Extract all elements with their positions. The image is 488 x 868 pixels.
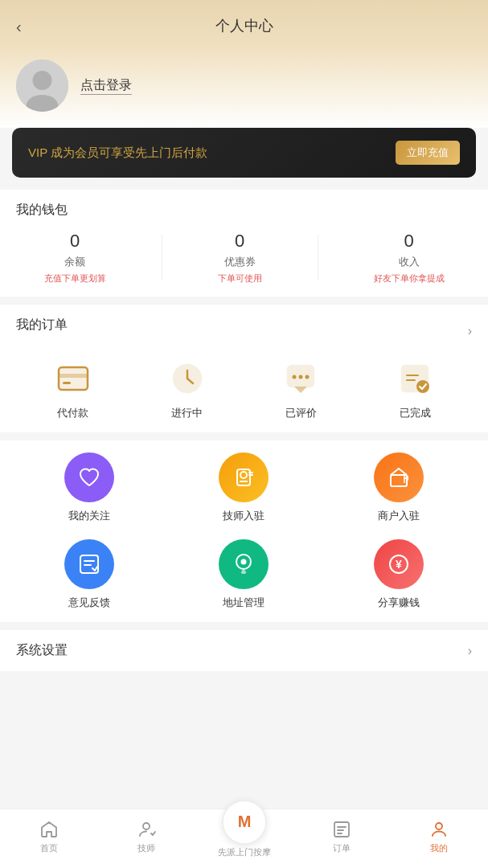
wallet-section: 我的钱包 0 余额 充值下单更划算 0 优惠券 下单可使用 0 收入 好友下单你… [0,190,488,297]
feature-share[interactable]: ¥ 分享赚钱 [326,539,472,610]
svg-point-42 [436,823,442,829]
order-section: 我的订单 › 代付款 [0,305,488,432]
wallet-income[interactable]: 0 收入 好友下单你拿提成 [374,231,445,285]
nav-mine[interactable]: 我的 [391,820,488,854]
svg-point-18 [416,380,429,393]
svg-point-20 [240,472,247,478]
wallet-balance-label: 余额 [64,255,85,269]
svg-text:¥: ¥ [396,558,402,571]
order-pending-label: 代付款 [57,406,88,420]
order-item-pending[interactable]: 代付款 [52,358,94,420]
wallet-coupon-value: 0 [235,231,244,252]
svg-marker-14 [294,387,307,393]
feature-merchant[interactable]: 商户入驻 [326,452,472,523]
nav-home[interactable]: 首页 [0,820,97,854]
wallet-coupon[interactable]: 0 优惠券 下单可使用 [218,231,262,285]
feature-follow-label: 我的关注 [68,509,110,523]
feature-address-label: 地址管理 [223,596,265,610]
svg-point-1 [33,71,52,90]
feature-merchant-label: 商户入驻 [378,509,420,523]
order-icon [332,820,351,839]
svg-rect-3 [59,367,88,390]
wallet-income-label: 收入 [399,255,420,269]
settings-title: 系统设置 [16,642,68,659]
feature-feedback-label: 意见反馈 [68,596,110,610]
order-title: 我的订单 [16,317,68,334]
mine-icon [429,820,449,839]
feature-section: 我的关注 技师入驻 [0,440,488,622]
feature-address[interactable]: 地址管理 [170,539,317,610]
wallet-title: 我的钱包 [16,202,472,219]
vip-text: VIP 成为会员可享受先上门后付款 [28,145,207,161]
bottom-nav: 首页 技师 M 先派上门按摩 订单 [0,809,488,868]
settings-arrow-icon: › [468,644,472,658]
login-button[interactable]: 点击登录 [80,77,132,95]
svg-point-11 [293,375,297,379]
nav-center[interactable]: M 先派上门按摩 [195,800,293,858]
order-item-completed[interactable]: 已完成 [394,358,436,420]
header: ‹ 个人中心 [0,0,488,47]
vip-banner: VIP 成为会员可享受先上门后付款 立即充值 [12,128,476,178]
nav-technician[interactable]: 技师 [97,820,195,854]
profile-section: 点击登录 [0,47,488,128]
home-icon [39,820,59,839]
feature-share-label: 分享赚钱 [378,596,420,610]
svg-text:M: M [237,813,251,830]
order-grid: 代付款 进行中 [16,358,472,420]
order-item-inprogress[interactable]: 进行中 [166,358,208,420]
wallet-balance-value: 0 [70,231,80,252]
settings-section[interactable]: 系统设置 › [0,630,488,671]
wallet-coupon-sub: 下单可使用 [218,272,262,285]
order-reviewed-label: 已评价 [285,406,317,420]
wallet-coupon-label: 优惠券 [224,255,256,269]
nav-order-label: 订单 [333,842,351,854]
technician-icon [137,820,156,839]
center-logo: M [222,800,267,845]
page-title: 个人中心 [215,18,273,34]
feature-feedback[interactable]: 意见反馈 [16,539,162,610]
avatar[interactable] [16,59,68,112]
order-item-reviewed[interactable]: 已评价 [280,358,322,420]
wallet-balance[interactable]: 0 余额 充值下单更划算 [44,231,106,285]
svg-point-12 [299,375,303,379]
wallet-grid: 0 余额 充值下单更划算 0 优惠券 下单可使用 0 收入 好友下单你拿提成 [16,231,472,285]
svg-point-35 [143,823,150,829]
nav-mine-label: 我的 [430,842,448,854]
feature-technician[interactable]: 技师入驻 [170,452,317,523]
feature-technician-label: 技师入驻 [223,509,265,523]
svg-point-13 [306,375,310,379]
feature-grid: 我的关注 技师入驻 [16,452,472,610]
vip-recharge-button[interactable]: 立即充值 [396,141,460,165]
back-button[interactable]: ‹ [16,18,22,36]
nav-order[interactable]: 订单 [293,820,390,854]
nav-technician-label: 技师 [137,842,155,854]
svg-rect-38 [334,822,349,837]
feature-follow[interactable]: 我的关注 [16,452,162,523]
svg-rect-6 [63,382,71,384]
wallet-income-sub: 好友下单你拿提成 [374,272,445,285]
order-arrow-icon[interactable]: › [468,324,472,338]
svg-point-32 [241,559,247,565]
order-completed-label: 已完成 [400,406,431,420]
order-inprogress-label: 进行中 [171,406,203,420]
nav-center-label: 先派上门按摩 [218,846,271,858]
svg-rect-5 [59,374,88,378]
wallet-income-value: 0 [404,231,413,252]
wallet-balance-sub: 充值下单更划算 [44,272,106,285]
nav-home-label: 首页 [40,842,58,854]
